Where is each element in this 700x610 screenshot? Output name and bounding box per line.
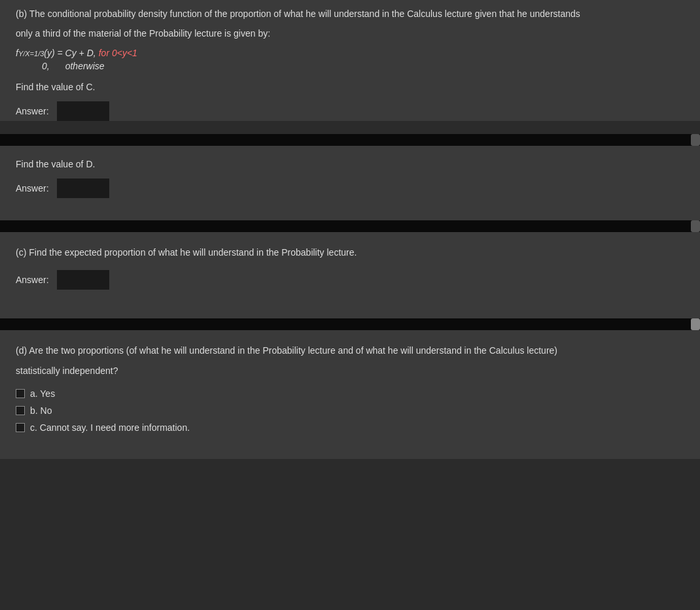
part-c-question: (c) Find the expected proportion of what… <box>16 245 675 260</box>
option-no[interactable]: b. No <box>16 405 675 416</box>
radio-group-independence: a. Yes b. No c. Cannot say. I need more … <box>16 388 675 433</box>
part-d-question-line2: statistically independent? <box>16 364 675 378</box>
option-yes[interactable]: a. Yes <box>16 388 675 399</box>
option-cannot-say[interactable]: c. Cannot say. I need more information. <box>16 422 675 433</box>
scroll-thumb-3[interactable] <box>691 318 700 330</box>
part-d-question-line1: (d) Are the two proportions (of what he … <box>16 343 675 358</box>
answer-d-input[interactable] <box>57 178 109 198</box>
answer-c-input-2[interactable] <box>57 270 109 290</box>
piecewise-otherwise: otherwise <box>65 61 105 71</box>
answer-c-label: Answer: <box>16 106 49 116</box>
divider-bar-1 <box>0 134 700 146</box>
scroll-thumb-2[interactable] <box>691 220 700 232</box>
answer-c-label-2: Answer: <box>16 275 49 285</box>
formula-subscript: Y/X=1/3 <box>18 50 44 58</box>
divider-bar-2 <box>0 220 700 232</box>
scroll-thumb-1[interactable] <box>691 134 700 146</box>
divider-bar-3 <box>0 318 700 330</box>
option-yes-label: a. Yes <box>30 388 55 399</box>
find-d-text: Find the value of D. <box>16 159 675 169</box>
option-no-label: b. No <box>30 405 52 416</box>
answer-d-label: Answer: <box>16 183 49 194</box>
find-c-text: Find the value of C. <box>16 82 675 92</box>
checkbox-yes[interactable] <box>16 389 25 398</box>
checkbox-cannot-say[interactable] <box>16 423 25 432</box>
piecewise-zero: 0, <box>42 61 50 71</box>
formula-y: (y) = Cy + D, <box>44 48 96 58</box>
checkbox-no[interactable] <box>16 406 25 415</box>
part-b-question-line1: (b) The conditional probability density … <box>16 7 675 21</box>
part-b-question-line2: only a third of the material of the Prob… <box>16 26 675 41</box>
answer-c-input[interactable] <box>57 101 109 121</box>
option-cannot-say-label: c. Cannot say. I need more information. <box>30 422 190 433</box>
formula-condition: for 0<y<1 <box>99 48 137 58</box>
